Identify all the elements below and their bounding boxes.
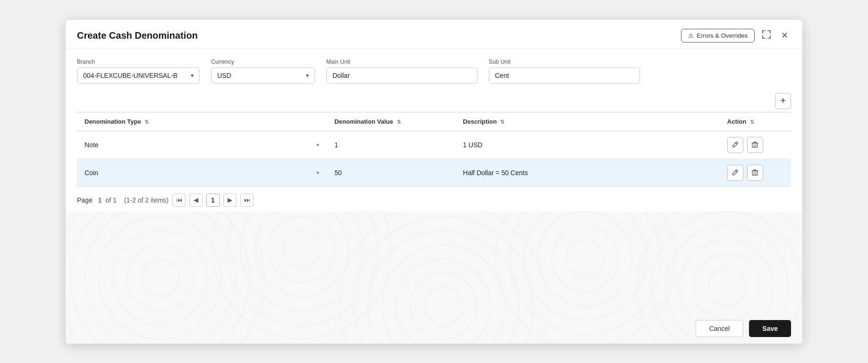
expand-button[interactable] bbox=[759, 28, 774, 43]
modal-body: Branch 004-FLEXCUBE-UNIVERSAL-B ▾ Curren… bbox=[66, 49, 802, 211]
cancel-button[interactable]: Cancel bbox=[696, 320, 744, 337]
col-header-value: Denomination Value ⇅ bbox=[327, 112, 455, 131]
svg-point-35 bbox=[694, 254, 760, 320]
svg-point-24 bbox=[382, 245, 505, 344]
col-action-sort-icon[interactable]: ⇅ bbox=[750, 119, 754, 125]
of-label: of 1 bbox=[106, 196, 117, 204]
current-page: 1 bbox=[98, 196, 102, 204]
cell-action-1 bbox=[720, 159, 791, 186]
currency-chevron-icon: ▾ bbox=[306, 72, 309, 79]
modal-header: Create Cash Denomination ⚠ Errors & Over… bbox=[66, 20, 802, 49]
svg-point-9 bbox=[127, 245, 193, 311]
svg-point-15 bbox=[283, 230, 321, 268]
svg-point-17 bbox=[255, 211, 349, 296]
cell-action-0 bbox=[720, 131, 791, 159]
errors-overrides-button[interactable]: ⚠ Errors & Overrides bbox=[681, 29, 755, 42]
col-header-type: Denomination Type ⇅ bbox=[77, 112, 327, 131]
pagination-info: (1-2 of 2 items) bbox=[124, 196, 169, 204]
pagination: Page 1 of 1 (1-2 of 2 items) ⏮ ◀ 1 ▶ ⏭ bbox=[77, 187, 791, 211]
page-label: Page bbox=[77, 196, 93, 204]
col-type-sort-icon[interactable]: ⇅ bbox=[145, 119, 149, 125]
add-row-button[interactable]: + bbox=[775, 93, 791, 109]
table-row: Coin ▾ 50 Half Dollar = 50 Cents bbox=[77, 159, 791, 186]
cell-type-0: Note ▾ bbox=[77, 131, 327, 159]
delete-icon-1 bbox=[751, 169, 758, 176]
svg-point-8 bbox=[141, 259, 179, 296]
svg-point-16 bbox=[269, 216, 335, 282]
sub-unit-label: Sub Unit bbox=[489, 59, 640, 65]
col-type-label: Denomination Type bbox=[85, 118, 141, 125]
edit-button-1[interactable] bbox=[727, 165, 743, 181]
table-header: Denomination Type ⇅ Denomination Value ⇅… bbox=[77, 112, 791, 131]
delete-button-1[interactable] bbox=[747, 165, 763, 181]
modal-title: Create Cash Denomination bbox=[77, 30, 198, 41]
svg-point-21 bbox=[425, 287, 462, 325]
type-value-0: Note bbox=[85, 141, 99, 149]
branch-chevron-icon: ▾ bbox=[191, 72, 194, 79]
currency-field-group: Currency USD ▾ bbox=[211, 59, 315, 84]
branch-label: Branch bbox=[77, 59, 200, 65]
modal-footer-buttons: Cancel Save bbox=[684, 313, 802, 344]
table-body: Note ▾ 1 1 USD bbox=[77, 131, 791, 186]
warning-icon: ⚠ bbox=[688, 32, 694, 39]
col-desc-label: Description bbox=[463, 118, 497, 125]
sub-unit-input[interactable] bbox=[489, 68, 640, 84]
col-action-label: Action bbox=[727, 118, 746, 125]
svg-point-11 bbox=[99, 216, 221, 339]
col-value-label: Denomination Value bbox=[334, 118, 393, 125]
pagination-current-page: 1 bbox=[206, 194, 220, 207]
cell-value-1: 50 bbox=[327, 159, 455, 186]
table-section: + Denomination Type ⇅ Denomination Value… bbox=[77, 93, 791, 211]
save-button[interactable]: Save bbox=[749, 320, 791, 337]
type-chevron-icon-1: ▾ bbox=[316, 169, 319, 176]
main-unit-label: Main Unit bbox=[326, 59, 477, 65]
svg-rect-0 bbox=[752, 143, 757, 147]
svg-point-13 bbox=[70, 211, 250, 344]
svg-point-22 bbox=[410, 273, 477, 339]
prev-page-button[interactable]: ◀ bbox=[189, 194, 203, 207]
svg-rect-4 bbox=[752, 171, 757, 175]
cell-desc-1: Half Dollar = 50 Cents bbox=[455, 159, 719, 186]
col-header-desc: Description ⇅ bbox=[455, 112, 719, 131]
col-header-action: Action ⇅ bbox=[720, 112, 791, 131]
cell-desc-0: 1 USD bbox=[455, 131, 719, 159]
edit-icon-1 bbox=[732, 169, 739, 176]
expand-icon bbox=[762, 30, 771, 39]
modal-footer-area: Cancel Save bbox=[66, 211, 802, 344]
svg-point-28 bbox=[566, 240, 604, 278]
main-unit-field-group: Main Unit bbox=[326, 59, 477, 84]
col-desc-sort-icon[interactable]: ⇅ bbox=[500, 119, 504, 125]
cell-value-0: 1 bbox=[327, 131, 455, 159]
currency-select[interactable]: USD ▾ bbox=[211, 68, 315, 84]
branch-select[interactable]: 004-FLEXCUBE-UNIVERSAL-B ▾ bbox=[77, 68, 200, 84]
edit-icon-0 bbox=[732, 141, 739, 148]
svg-point-12 bbox=[85, 211, 236, 344]
delete-icon-0 bbox=[751, 141, 758, 148]
svg-point-29 bbox=[552, 226, 618, 292]
edit-button-0[interactable] bbox=[727, 137, 743, 153]
svg-point-23 bbox=[396, 259, 491, 344]
branch-value: 004-FLEXCUBE-UNIVERSAL-B bbox=[83, 72, 178, 79]
type-chevron-icon-0: ▾ bbox=[316, 142, 319, 148]
branch-field-group: Branch 004-FLEXCUBE-UNIVERSAL-B ▾ bbox=[77, 59, 200, 84]
main-unit-input[interactable] bbox=[326, 68, 477, 84]
currency-label: Currency bbox=[211, 59, 315, 65]
denomination-table: Denomination Type ⇅ Denomination Value ⇅… bbox=[77, 112, 791, 187]
svg-point-27 bbox=[340, 211, 547, 344]
type-value-1: Coin bbox=[85, 169, 98, 177]
next-page-button[interactable]: ▶ bbox=[223, 194, 237, 207]
first-page-button[interactable]: ⏮ bbox=[172, 194, 186, 207]
svg-point-34 bbox=[708, 268, 746, 306]
form-row: Branch 004-FLEXCUBE-UNIVERSAL-B ▾ Curren… bbox=[77, 59, 791, 84]
col-value-sort-icon[interactable]: ⇅ bbox=[397, 119, 401, 125]
table-row: Note ▾ 1 1 USD bbox=[77, 131, 791, 159]
last-page-button[interactable]: ⏭ bbox=[240, 194, 254, 207]
sub-unit-field-group: Sub Unit bbox=[489, 59, 640, 84]
delete-button-0[interactable] bbox=[747, 137, 763, 153]
create-cash-denomination-modal: Create Cash Denomination ⚠ Errors & Over… bbox=[66, 20, 802, 344]
cell-type-1: Coin ▾ bbox=[77, 159, 327, 186]
close-button[interactable]: ✕ bbox=[778, 28, 791, 42]
svg-point-31 bbox=[524, 211, 647, 320]
svg-point-14 bbox=[66, 211, 264, 344]
errors-button-label: Errors & Overrides bbox=[697, 32, 748, 39]
